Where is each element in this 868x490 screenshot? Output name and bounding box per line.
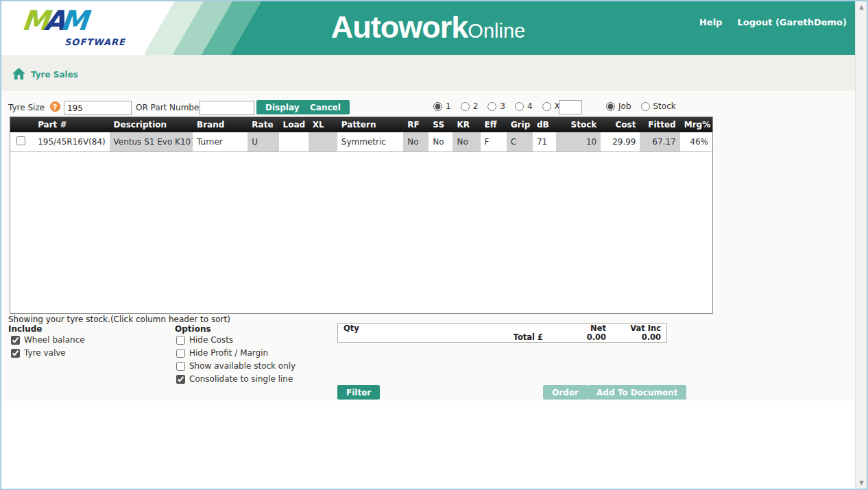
tyre-size-label: Tyre Size [8,103,45,112]
include-title: Include [8,324,43,334]
vat-inc-total-value: 0.00 [612,333,666,342]
app-header: MAM SOFTWARE AutoworkOnline Help Logout … [1,1,855,55]
column-header-grip[interactable]: Grip [507,117,533,132]
scroll-up-icon[interactable]: ▲ [856,1,867,13]
help-link[interactable]: Help [699,17,722,27]
column-header-rate[interactable]: Rate [248,117,278,132]
mode-radio-label[interactable]: Stock [653,101,676,111]
main-content: Tyre Size ? OR Part Number Display Cance… [1,91,855,401]
column-header-load[interactable]: Load [279,117,309,132]
page-footer-area [1,401,855,489]
column-header-fitted[interactable]: Fitted [640,117,679,132]
app-title: AutoworkOnline [331,10,525,45]
checkbox-label: Hide Costs [189,335,233,345]
checkbox-label: Hide Profit / Margin [189,348,268,358]
cell-xl [309,132,337,152]
header-nav: Help Logout (GarethDemo) [699,17,847,27]
cell-cost: 29.99 [601,132,640,152]
cell-db: 71 [533,132,556,152]
breadcrumb-tyre-sales[interactable]: Tyre Sales [31,70,78,79]
column-header-part[interactable]: Part # [34,117,109,132]
quantity-radio-1[interactable] [433,102,442,111]
mode-radio-group: Job Stock [606,101,682,111]
mode-radio-label[interactable]: Job [618,101,631,111]
cell-kr: No [453,132,480,152]
options-title: Options [175,324,211,334]
logout-link[interactable]: Logout (GarethDemo) [737,17,847,27]
hide-costs-checkbox[interactable] [176,336,185,345]
cell-ss: No [429,132,453,152]
option-consolidate-single-line: Consolidate to single line [176,374,293,384]
total-label: Total £ [472,333,548,342]
checkbox-label: Tyre valve [24,348,66,358]
quantity-radio-4[interactable] [515,102,524,111]
column-header-rf[interactable]: RF [403,117,429,132]
totals-header-row: Qty Net Vat Inc [338,324,666,333]
column-header-eff[interactable]: Eff [481,117,507,132]
row-select-checkbox[interactable] [16,136,25,145]
cell-rate: U [248,132,278,152]
quantity-radio-label[interactable]: 4 [527,101,533,111]
wheel-balance-checkbox[interactable] [11,336,20,345]
mode-radio-job[interactable] [606,102,615,111]
quantity-radio-2[interactable] [461,102,470,111]
hide-profit-margin-checkbox[interactable] [176,349,185,358]
filter-button[interactable]: Filter [337,385,380,400]
column-header-cost[interactable]: Cost [601,117,640,132]
quantity-radio-label[interactable]: 1 [446,101,451,111]
scroll-down-icon[interactable]: ▼ [856,477,867,489]
breadcrumb-bar: Tyre Sales [1,55,855,91]
help-icon[interactable]: ? [50,101,60,112]
cell-eff: F [481,132,507,152]
table-header-row: Part # Description Brand Rate Load XL Pa… [10,117,712,132]
cell-stock: 10 [556,132,601,152]
quantity-radio-x[interactable] [542,102,551,111]
mam-software-logo[interactable]: MAM [21,5,85,36]
quantity-radio-label[interactable]: 2 [473,101,479,111]
quantity-input[interactable] [559,100,582,114]
cancel-button[interactable]: Cancel [301,100,350,114]
column-header-db[interactable]: dB [533,117,556,132]
option-hide-profit-margin: Hide Profit / Margin [176,348,268,358]
select-column-header [10,117,34,132]
column-header-mrg[interactable]: Mrg% [680,117,712,132]
net-total-value: 0.00 [548,333,612,342]
logo-letter: M [59,5,85,36]
part-number-label: OR Part Number [136,103,202,112]
cell-rf: No [403,132,429,152]
column-header-stock[interactable]: Stock [556,117,601,132]
mode-radio-stock[interactable] [641,102,650,111]
column-header-ss[interactable]: SS [429,117,453,132]
consolidate-single-line-checkbox[interactable] [176,375,185,384]
quantity-radio-3[interactable] [487,102,496,111]
column-header-xl[interactable]: XL [309,117,337,132]
cell-fitted: 67.17 [640,132,679,152]
column-header-pattern[interactable]: Pattern [337,117,403,132]
logo-subtext: SOFTWARE [64,37,125,47]
add-to-document-button[interactable]: Add To Document [588,385,686,400]
cell-description: Ventus S1 Evo K107 [110,132,193,152]
column-header-brand[interactable]: Brand [193,117,248,132]
column-header-kr[interactable]: KR [453,117,480,132]
vertical-scrollbar[interactable]: ▲ ▼ [855,1,867,489]
logo-letter: M [21,5,47,36]
home-icon[interactable] [12,68,25,79]
cell-load [279,132,309,152]
qty-label: Qty [338,324,472,333]
status-text: Showing your tyre stock.(Click column he… [8,315,230,324]
cell-grip: C [507,132,533,152]
part-number-input[interactable] [200,101,254,115]
totals-panel: Qty Net Vat Inc Total £ 0.00 0.00 [337,323,667,343]
table-row: 195/45R16V(84) Ventus S1 Evo K107 Turner… [10,132,712,152]
checkbox-label: Wheel balance [24,335,85,345]
app-title-main: Autowork [331,10,468,45]
quantity-radio-label[interactable]: 3 [500,101,505,111]
order-button[interactable]: Order [543,385,588,400]
quantity-radio-group: 1 2 3 4 X [433,101,566,111]
show-available-stock-checkbox[interactable] [176,362,185,371]
tyre-size-input[interactable] [64,101,132,115]
include-wheel-balance: Wheel balance [11,335,85,345]
column-header-description[interactable]: Description [110,117,193,132]
tyre-valve-checkbox[interactable] [11,349,20,358]
option-hide-costs: Hide Costs [176,335,233,345]
